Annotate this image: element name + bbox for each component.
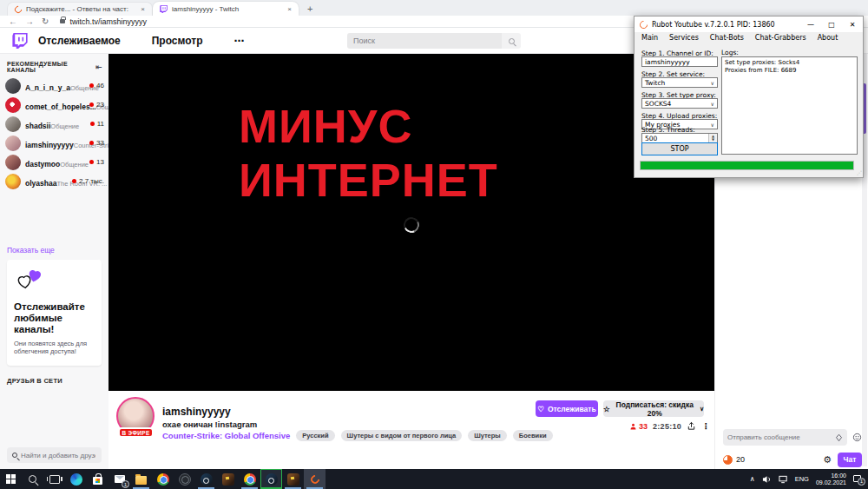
browser-tab-twitch[interactable]: iamshinyyyyy - Twitch × xyxy=(153,2,299,16)
viewer-count: 33 xyxy=(96,139,104,147)
close-button[interactable]: ✕ xyxy=(842,17,863,32)
rubot-title-bar[interactable]: Rubot Youtube v.7.2.0.1 PID: 13860 — □ ✕ xyxy=(635,17,863,32)
start-button[interactable] xyxy=(0,469,22,489)
tray-chevron-icon[interactable]: ∧ xyxy=(750,475,755,483)
game-link[interactable]: Counter-Strike: Global Offensive xyxy=(162,431,290,440)
find-friends-box[interactable] xyxy=(7,447,102,463)
steam-taskbar-button-active[interactable] xyxy=(260,469,282,489)
rubot-app-icon xyxy=(638,19,649,30)
windows-taskbar: 1 ∧ ENG 16:00 09.02.2021 1 xyxy=(0,469,868,489)
menu-chat-grabbers[interactable]: Chat-Grabbers xyxy=(755,34,806,42)
log-line: Proxies from FILE: 6689 xyxy=(725,67,854,75)
channel-id-input[interactable] xyxy=(641,56,718,67)
back-icon[interactable]: ← xyxy=(9,17,17,26)
live-dot xyxy=(89,160,94,164)
search-button[interactable] xyxy=(502,33,521,49)
url-text[interactable]: twitch.tv/iamshinyyyyy xyxy=(69,17,147,26)
kebab-menu-icon[interactable]: ⋮ xyxy=(701,421,710,431)
lock-icon xyxy=(60,19,65,23)
edge-taskbar-button[interactable] xyxy=(65,469,87,489)
stream-tag[interactable]: Шутеры с видом от первого лица xyxy=(341,430,463,441)
nav-following[interactable]: Отслеживаемое xyxy=(38,35,121,47)
logs-textbox[interactable]: Set type proxies: Socks4 Proxies from FI… xyxy=(721,56,858,155)
show-more-link[interactable]: Показать еще xyxy=(7,246,55,254)
search-input[interactable] xyxy=(347,33,502,49)
notification-center-button[interactable]: 1 xyxy=(853,475,863,484)
network-icon[interactable] xyxy=(779,472,788,487)
mail-taskbar-button[interactable]: 1 xyxy=(108,469,130,489)
subscribe-button[interactable]: ☆ Подписаться: скидка 20% ∨ xyxy=(603,400,704,417)
taskbar-search-button[interactable] xyxy=(22,469,43,489)
resize-grip[interactable]: ⋰ xyxy=(857,169,861,175)
chrome-taskbar-button[interactable] xyxy=(152,469,174,489)
menu-chat-bots[interactable]: Chat-Bots xyxy=(710,34,744,42)
channel-row[interactable]: comet_of_hopeles...Общение 23 xyxy=(5,96,104,114)
video-player[interactable]: МИНУС ИНТЕРНЕТ xyxy=(108,54,714,391)
reload-icon[interactable]: ↻ xyxy=(42,17,49,26)
url-box[interactable]: twitch.tv/iamshinyyyyy xyxy=(60,17,147,26)
channel-points[interactable]: 20 xyxy=(723,455,745,465)
channel-category: Общение xyxy=(60,161,89,169)
steam-icon xyxy=(266,473,278,486)
game-taskbar-button-2[interactable] xyxy=(282,469,304,489)
explorer-taskbar-button[interactable] xyxy=(130,469,152,489)
channel-row[interactable]: shadsiiОбщение 11 xyxy=(5,115,104,133)
stop-button[interactable]: STOP xyxy=(641,142,718,155)
minimize-button[interactable]: — xyxy=(800,17,821,32)
menu-main[interactable]: Main xyxy=(641,34,658,42)
rubot-window[interactable]: Rubot Youtube v.7.2.0.1 PID: 13860 — □ ✕… xyxy=(634,16,864,178)
service-select[interactable]: Twitch∨ xyxy=(641,77,718,88)
game-taskbar-button[interactable] xyxy=(217,469,239,489)
new-tab-button[interactable]: + xyxy=(307,3,312,14)
collapse-sidebar-icon[interactable]: ⇤ xyxy=(95,63,102,71)
file-explorer-icon xyxy=(135,476,147,485)
spin-down-icon[interactable]: ▼ xyxy=(712,138,714,142)
emote-icon[interactable] xyxy=(852,433,862,442)
search-icon xyxy=(509,38,515,44)
menu-services[interactable]: Services xyxy=(669,34,699,42)
store-taskbar-button[interactable] xyxy=(87,469,108,489)
channel-row[interactable]: olyashaaThe Room VR: ... 2,7 тыс. xyxy=(5,172,104,190)
task-view-button[interactable] xyxy=(43,469,65,489)
channel-row[interactable]: iamshinyyyyyCounter-Strike: Glo... 33 xyxy=(5,134,104,152)
stream-tag[interactable]: Шутеры xyxy=(468,430,507,441)
browser-tab-answers[interactable]: Подскажите... - Ответы на част: × xyxy=(7,2,153,16)
twitch-logo-icon[interactable] xyxy=(12,33,28,49)
more-menu-icon[interactable]: ⋯ xyxy=(234,35,246,47)
chat-settings-gear-icon[interactable]: ⚙ xyxy=(823,454,832,466)
menu-about[interactable]: About xyxy=(818,34,838,42)
stream-tag[interactable]: Русский xyxy=(296,430,334,441)
app-taskbar-button[interactable] xyxy=(174,469,195,489)
chat-input-box[interactable] xyxy=(723,429,847,446)
steam-taskbar-button[interactable] xyxy=(195,469,217,489)
language-indicator[interactable]: ENG xyxy=(795,475,809,483)
tab-close-icon[interactable]: × xyxy=(141,5,145,13)
system-tray: ∧ ENG 16:00 09.02.2021 1 xyxy=(750,472,868,487)
streamer-name[interactable]: iamshinyyyyy xyxy=(162,406,231,418)
chat-send-button[interactable]: Чат xyxy=(838,453,862,467)
viewer-count: 2,7 тыс. xyxy=(79,177,104,185)
bits-icon[interactable] xyxy=(835,433,843,442)
rubot-favicon xyxy=(13,4,23,14)
progress-fill xyxy=(641,162,853,169)
chrome-taskbar-button-2[interactable] xyxy=(239,469,260,489)
viewer-count: 23 xyxy=(96,101,104,109)
find-friends-input[interactable] xyxy=(21,452,95,459)
tab-close-icon[interactable]: × xyxy=(287,5,292,13)
channel-row[interactable]: dastymooОбщение 13 xyxy=(5,153,104,171)
rubot-taskbar-button[interactable] xyxy=(304,469,326,489)
channel-row[interactable]: A_n_i_n_y_aОбщение 46 xyxy=(5,76,104,95)
volume-icon[interactable] xyxy=(762,475,772,484)
follow-button[interactable]: ♡ Отслеживать xyxy=(536,400,598,417)
stream-tag[interactable]: Боевики xyxy=(513,430,553,441)
tab-title: Подскажите... - Ответы на част: xyxy=(26,5,136,13)
clock[interactable]: 16:00 09.02.2021 xyxy=(816,472,846,486)
forward-icon[interactable]: → xyxy=(25,17,34,26)
maximize-button[interactable]: □ xyxy=(821,17,842,32)
share-icon[interactable] xyxy=(687,421,696,431)
steam-icon xyxy=(201,473,213,486)
chat-message-input[interactable] xyxy=(727,433,832,441)
proxy-type-select[interactable]: SOCKS4∨ xyxy=(641,98,718,109)
nav-browse[interactable]: Просмотр xyxy=(152,35,203,47)
stream-info-bar: В ЭФИРЕ iamshinyyyyy охае оничан !instag… xyxy=(108,391,714,469)
